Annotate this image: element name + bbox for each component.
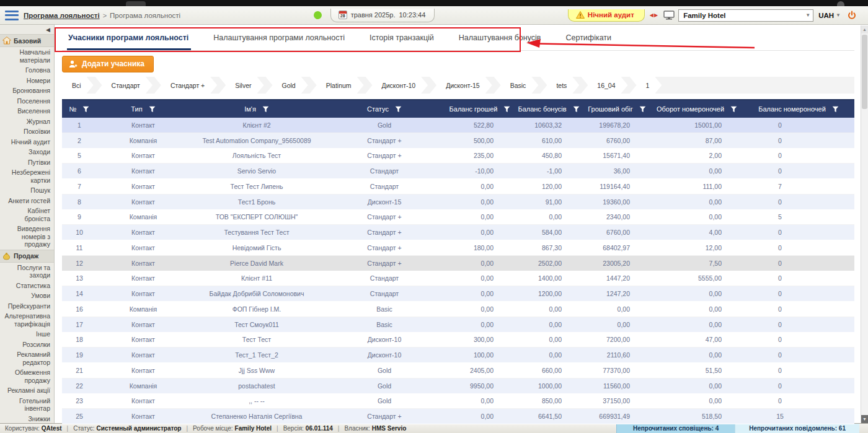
filter-icon[interactable]	[730, 106, 737, 113]
unread-notifications-badge[interactable]: Непрочитаних сповіщень: 4	[616, 424, 735, 433]
scrollbar-thumb[interactable]	[862, 35, 867, 109]
status-filter-chip[interactable]: 1	[630, 77, 662, 94]
sidebar-item[interactable]: Умови	[0, 291, 54, 301]
sidebar-item[interactable]: Головна	[0, 65, 54, 76]
sidebar-item[interactable]: Статистика	[0, 281, 54, 291]
cell: 0	[743, 229, 854, 236]
filter-icon[interactable]	[639, 106, 646, 113]
table-row[interactable]: 22КомпаніяpostachatestGold9950,001000,00…	[62, 378, 854, 394]
hotel-select[interactable]: Family Hotel ▼	[678, 9, 813, 22]
table-row[interactable]: 23Контакт,, -- --Gold0,00850,0037150,000…	[62, 394, 854, 409]
add-member-button[interactable]: Додати учасника	[62, 56, 154, 72]
sidebar-item[interactable]: Навчальні матеріали	[0, 47, 54, 65]
tab[interactable]: Налаштування програми лояльності	[207, 25, 363, 50]
tab[interactable]: Учасники програми лояльності	[62, 25, 207, 50]
chat-balloon-icon[interactable]	[314, 11, 322, 19]
table-row[interactable]: 25КонтактСтепаненко Наталія СергіївнаСта…	[62, 409, 854, 424]
status-filter-chip[interactable]: Всі	[62, 77, 94, 94]
tab[interactable]: Сертифікати	[559, 25, 630, 50]
sidebar-item[interactable]: Поселення	[0, 96, 54, 107]
sidebar-item[interactable]: Готельний інвентар	[0, 396, 54, 414]
filter-icon[interactable]	[82, 106, 89, 113]
table-row[interactable]: 17КонтактТест Смоук011Basic0,000,000,000…	[62, 317, 854, 333]
night-audit-badge[interactable]: Нічний аудит	[568, 9, 645, 22]
unread-messages-badge[interactable]: Непрочитаних повідомлень: 61	[735, 424, 859, 433]
status-filter-chip[interactable]: Дисконт-10	[366, 77, 428, 94]
filter-icon[interactable]	[832, 106, 839, 113]
scroll-down-icon[interactable]: ▼	[861, 415, 868, 423]
swap-arrows-icon[interactable]: ◀▶	[650, 12, 658, 18]
status-items: Користувач:QAtest|Статус:Системный админ…	[5, 425, 406, 432]
status-filter-chip[interactable]: Basic	[494, 77, 539, 94]
table-row[interactable]: 1КонтактКлієнт #2Gold522,8010603,3219967…	[62, 118, 854, 133]
sidebar-item[interactable]: Анкети гостей	[0, 196, 54, 206]
table-row[interactable]: 8КонтактТест1 БроньДисконт-150,0091,0019…	[62, 195, 854, 210]
sidebar-item[interactable]: Журнал	[0, 116, 54, 127]
table-row[interactable]: 12КонтактPierce David MarkСтандарт +0,00…	[62, 256, 854, 271]
sidebar-item[interactable]: Прейскуранти	[0, 301, 54, 312]
breadcrumb-separator: >	[103, 12, 107, 19]
sidebar-item[interactable]: Нічний аудит	[0, 137, 54, 147]
table-row[interactable]: 18КонтактТест ТестДисконт-10300,000,0072…	[62, 333, 854, 348]
table-row[interactable]: 2КомпаніяTest Automation Company_9565008…	[62, 133, 854, 149]
sidebar-item[interactable]: Номери	[0, 76, 54, 86]
status-filter-chip[interactable]: Platinum	[310, 77, 364, 94]
sidebar-item[interactable]: Заходи	[0, 147, 54, 157]
menu-icon[interactable]	[5, 11, 19, 20]
sidebar-section-header[interactable]: Продаж	[0, 250, 54, 263]
vertical-scrollbar[interactable]: ▲ ▼	[861, 25, 868, 423]
sidebar-item[interactable]: Інше	[0, 329, 54, 339]
sidebar-section-header[interactable]: Базовий	[0, 34, 54, 47]
cell: 450,80	[515, 152, 583, 159]
sidebar-item[interactable]: Пошук	[0, 185, 54, 196]
sidebar-item[interactable]: Путівки	[0, 157, 54, 168]
table-row[interactable]: 11КонтактНевідомий ГістьСтандарт +180,00…	[62, 240, 854, 256]
date-widget[interactable]: 28 травня 2025р. 10:23:44	[330, 9, 435, 22]
table-row[interactable]: 14КонтактБайдак Добрибій СоломоновичСтан…	[62, 286, 854, 302]
sidebar-item[interactable]: Обмеження продажу	[0, 367, 54, 385]
sidebar-item[interactable]: Альтернативна тарифікація	[0, 311, 54, 329]
status-filter-chip[interactable]: Silver	[219, 77, 264, 94]
sidebar-item[interactable]: Розсилки	[0, 339, 54, 350]
sidebar-collapse-icon[interactable]: ◀	[0, 25, 54, 34]
filter-icon[interactable]	[262, 106, 269, 113]
sidebar-item[interactable]: Послуги та заходи	[0, 263, 54, 281]
table-row[interactable]: 10КонтактТестування Тест ТестСтандарт +0…	[62, 225, 854, 240]
table-row[interactable]: 7КонтактТест Тест ЛипеньСтандарт0,00120,…	[62, 179, 854, 195]
sidebar-item[interactable]: Покоївки	[0, 126, 54, 137]
status-filter-chip[interactable]: Стандарт +	[154, 77, 217, 94]
power-icon[interactable]	[847, 11, 857, 20]
status-filter-chip[interactable]: tets	[540, 77, 579, 94]
sidebar-item[interactable]: Виселення	[0, 106, 54, 116]
currency-select[interactable]: UAH ▼	[818, 12, 841, 19]
table-row[interactable]: 5КонтактЛояльність ТестСтандарт +235,004…	[62, 149, 854, 164]
status-filter-chip[interactable]: 16_04	[581, 77, 627, 94]
sidebar-item[interactable]: Бронювання	[0, 85, 54, 96]
scroll-up-icon[interactable]: ▲	[861, 25, 868, 33]
cell: Контакт	[97, 413, 190, 420]
tab[interactable]: Налаштування бонусів	[453, 25, 560, 50]
filter-icon[interactable]	[395, 106, 402, 113]
filter-icon[interactable]	[573, 106, 580, 113]
sidebar-item[interactable]: Незбережені картки	[0, 167, 54, 185]
sidebar-item[interactable]: Рекламний редактор	[0, 349, 54, 367]
table-row[interactable]: 13КонтактКлієнт #11Стандарт0,001400,0014…	[62, 271, 854, 287]
breadcrumb-root[interactable]: Програма лояльності	[24, 12, 100, 19]
filter-icon[interactable]	[503, 106, 510, 113]
workstation-icon[interactable]	[663, 11, 675, 20]
filter-icon[interactable]	[149, 106, 156, 113]
table-row[interactable]: 9КомпаніяТОВ "ЕКСПЕРТ СОЛЮШН"Стандарт +0…	[62, 210, 854, 225]
sidebar-item[interactable]: Виведення номерів з продажу	[0, 224, 54, 250]
status-filter-chip[interactable]: Стандарт	[95, 77, 153, 94]
sidebar-item[interactable]: Рекламні акції	[0, 385, 54, 396]
sidebar-item[interactable]: Знижки	[0, 414, 54, 424]
cell: Servio Servio	[190, 167, 324, 175]
table-row[interactable]: 21КонтактJjj Sss WwwGold2405,00660,00773…	[62, 363, 854, 378]
table-row[interactable]: 16КомпаніяФОП Гібнер І.М.Basic0,000,000,…	[62, 302, 854, 317]
sidebar-item[interactable]: Кабінет броніста	[0, 206, 54, 224]
table-row[interactable]: 19КонтактТест_1 Тест_2Дисконт-10100,000,…	[62, 348, 854, 363]
status-filter-chip[interactable]: Gold	[266, 77, 308, 94]
table-row[interactable]: 6КонтактServio ServioСтандарт-10,00-1,00…	[62, 164, 854, 179]
tab[interactable]: Історія транзакцій	[363, 25, 453, 50]
status-filter-chip[interactable]: Дисконт-15	[430, 77, 492, 94]
